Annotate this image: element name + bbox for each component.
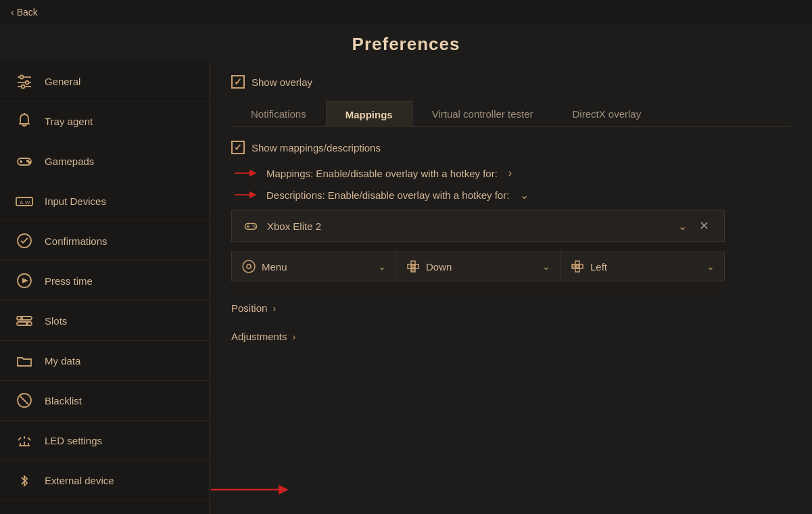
mappings-hotkey-row: Mappings: Enable/disable overlay with a … — [231, 166, 790, 180]
play-circle-icon — [14, 270, 35, 291]
sidebar: General Tray agent — [0, 62, 210, 514]
mappings-hotkey-label: Mappings: Enable/disable overlay with a … — [266, 168, 498, 179]
sidebar-label-slots: Slots — [45, 315, 67, 327]
sidebar-item-tray-agent[interactable]: Tray agent — [0, 101, 209, 141]
gamepad-icon — [14, 150, 35, 172]
show-mappings-label: Show mappings/descriptions — [252, 142, 381, 154]
top-bar: ‹ Back — [0, 0, 812, 24]
svg-line-29 — [18, 438, 21, 440]
tab-directx-overlay[interactable]: DirectX overlay — [553, 101, 661, 126]
dropdown-menu[interactable]: Menu ⌄ — [231, 252, 396, 281]
sidebar-label-led-settings: LED settings — [45, 435, 102, 446]
sidebar-item-general[interactable]: General — [0, 62, 209, 101]
dropdown-down-chevron[interactable]: ⌄ — [542, 261, 550, 272]
tab-virtual-controller-tester[interactable]: Virtual controller tester — [412, 101, 553, 126]
sidebar-item-slots[interactable]: Slots — [0, 301, 209, 341]
device-name: Xbox Elite 2 — [267, 220, 671, 232]
dpad-down-icon — [406, 259, 421, 274]
sidebar-item-my-data[interactable]: My data — [0, 341, 209, 381]
descriptions-hotkey-label: Descriptions: Enable/disable overlay wit… — [266, 189, 509, 201]
sidebar-item-confirmations[interactable]: Confirmations — [0, 221, 209, 261]
sliders-icon — [14, 70, 35, 92]
show-mappings-row: Show mappings/descriptions — [231, 141, 790, 154]
sidebar-label-my-data: My data — [45, 355, 80, 367]
sidebar-item-external-device[interactable]: External device — [0, 461, 209, 500]
dropdown-left-label: Left — [590, 261, 701, 273]
svg-text:W: W — [25, 200, 30, 206]
svg-line-24 — [20, 396, 28, 404]
sidebar-label-external-device: External device — [45, 475, 114, 486]
tab-mappings[interactable]: Mappings — [326, 101, 412, 127]
main-layout: General Tray agent — [0, 62, 812, 514]
descriptions-chevron[interactable]: ⌄ — [520, 189, 529, 202]
svg-point-1 — [20, 76, 24, 79]
position-row[interactable]: Position › — [231, 294, 725, 322]
svg-line-31 — [28, 438, 30, 440]
dropdown-down[interactable]: Down ⌄ — [396, 252, 560, 281]
dropdown-left[interactable]: Left ⌄ — [560, 252, 725, 281]
svg-point-48 — [243, 260, 255, 273]
servers-icon — [14, 509, 35, 514]
svg-point-47 — [254, 227, 256, 228]
sidebar-item-gamepads[interactable]: Gamepads — [0, 141, 209, 181]
back-label: Back — [17, 7, 38, 18]
mappings-arrow-icon — [234, 166, 258, 180]
folder-icon — [14, 350, 35, 371]
sidebar-label-gamepads: Gamepads — [45, 156, 94, 167]
tab-notifications[interactable]: Notifications — [231, 101, 326, 126]
sidebar-item-press-time[interactable]: Press time — [0, 261, 209, 301]
adjustments-row[interactable]: Adjustments › — [231, 322, 725, 350]
sidebar-label-confirmations: Confirmations — [45, 235, 108, 247]
adjustments-chevron: › — [293, 331, 296, 342]
toggle-icon — [14, 310, 35, 331]
sidebar-label-general: General — [45, 76, 80, 87]
position-chevron: › — [272, 303, 276, 314]
bluetooth-icon — [14, 469, 35, 491]
back-button[interactable]: ‹ Back — [11, 7, 38, 18]
tabs: Notifications Mappings Virtual controlle… — [231, 101, 790, 127]
controller-icon — [243, 218, 259, 234]
dropdown-row: Menu ⌄ Down ⌄ — [231, 252, 725, 281]
svg-point-46 — [253, 225, 254, 227]
adjustments-label: Adjustments — [231, 331, 287, 342]
device-selector-chevron[interactable]: ⌄ — [678, 220, 687, 233]
show-overlay-row: Show overlay — [231, 75, 790, 89]
page-title: Preferences — [0, 24, 812, 62]
sidebar-item-blacklist[interactable]: Blacklist — [0, 381, 209, 421]
device-name-container: Xbox Elite 2 ⌄ — [267, 220, 687, 233]
dropdown-down-label: Down — [426, 261, 537, 273]
dropdown-menu-chevron[interactable]: ⌄ — [378, 261, 386, 272]
svg-rect-54 — [411, 268, 415, 272]
mappings-chevron[interactable]: › — [508, 167, 512, 179]
sidebar-item-servers[interactable]: Servers — [0, 500, 209, 514]
descriptions-arrow-icon — [234, 188, 258, 202]
sidebar-label-press-time: Press time — [45, 275, 93, 287]
menu-icon — [241, 259, 256, 274]
svg-marker-18 — [22, 278, 28, 283]
svg-point-5 — [22, 85, 25, 89]
device-close-button[interactable]: ✕ — [695, 217, 713, 235]
dropdown-left-chevron[interactable]: ⌄ — [707, 261, 715, 272]
slash-circle-icon — [14, 390, 35, 411]
dropdown-menu-label: Menu — [262, 261, 373, 273]
svg-point-3 — [26, 81, 29, 85]
svg-rect-19 — [17, 317, 32, 320]
svg-rect-20 — [17, 322, 32, 325]
back-chevron: ‹ — [11, 7, 14, 18]
sidebar-label-blacklist: Blacklist — [45, 395, 82, 406]
checkmark-circle-icon — [14, 230, 35, 252]
svg-point-12 — [28, 162, 30, 163]
sidebar-item-led-settings[interactable]: LED settings — [0, 421, 209, 461]
led-icon — [14, 429, 35, 451]
descriptions-hotkey-row: Descriptions: Enable/disable overlay wit… — [231, 188, 790, 202]
sidebar-label-tray-agent: Tray agent — [45, 116, 93, 127]
sidebar-label-input-devices: Input Devices — [45, 195, 106, 207]
sidebar-item-input-devices[interactable]: A W Input Devices — [0, 181, 209, 221]
show-overlay-checkbox[interactable] — [231, 75, 245, 89]
svg-point-22 — [26, 323, 28, 325]
dpad-left-icon — [570, 259, 585, 274]
keyboard-icon: A W — [14, 190, 35, 212]
show-mappings-checkbox[interactable] — [231, 141, 245, 154]
device-selector[interactable]: Xbox Elite 2 ⌄ ✕ — [231, 210, 725, 242]
position-label: Position — [231, 302, 267, 314]
